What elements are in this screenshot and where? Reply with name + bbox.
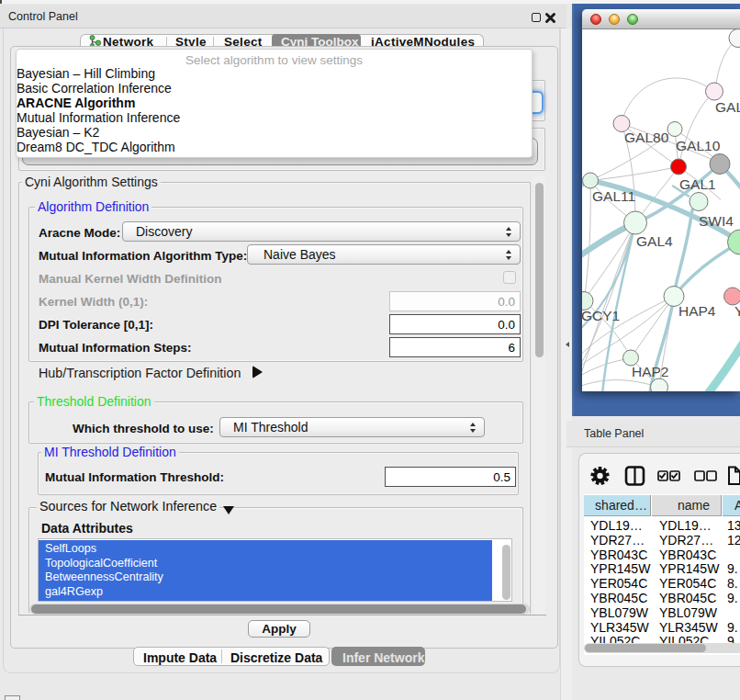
svg-text:SWI4: SWI4	[699, 213, 734, 229]
svg-text:GAL80: GAL80	[624, 130, 669, 145]
svg-text:HAP4: HAP4	[678, 303, 716, 319]
svg-text:GAL4: GAL4	[636, 233, 673, 249]
svg-text:Y: Y	[734, 303, 740, 319]
svg-text:GAL1: GAL1	[679, 176, 716, 192]
svg-text:GAL11: GAL11	[592, 188, 635, 204]
svg-text:GAL2: GAL2	[715, 99, 740, 115]
svg-text:GCY1: GCY1	[582, 308, 620, 323]
svg-text:HAP2: HAP2	[632, 364, 669, 379]
svg-text:GAL10: GAL10	[676, 138, 721, 153]
